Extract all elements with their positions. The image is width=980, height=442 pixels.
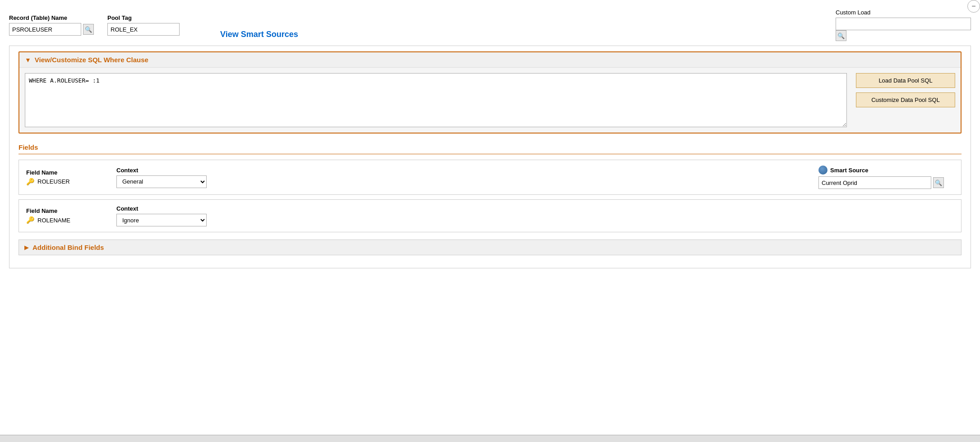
key-icon-1: 🔑 bbox=[26, 178, 35, 186]
pool-tag-input[interactable] bbox=[107, 23, 180, 36]
sql-collapse-icon: ▼ bbox=[25, 56, 31, 64]
smart-source-search-button-1[interactable]: 🔍 bbox=[933, 177, 944, 188]
fields-section-header: Fields bbox=[18, 141, 962, 154]
record-table-field: Record (Table) Name 🔍 bbox=[9, 14, 94, 36]
field-name-column-1: Field Name 🔑 ROLEUSER bbox=[26, 169, 98, 186]
sql-section-title: View/Customize SQL Where Clause bbox=[35, 56, 148, 64]
field-value-1: 🔑 ROLEUSER bbox=[26, 178, 98, 186]
pool-tag-field: Pool Tag bbox=[107, 14, 180, 36]
fields-section: Fields Field Name 🔑 ROLEUSER Context bbox=[18, 141, 962, 232]
record-table-input-group: 🔍 bbox=[9, 23, 94, 36]
field-name-label-1: Field Name bbox=[26, 169, 98, 176]
custom-load-field: Custom Load 🔍 bbox=[836, 9, 971, 41]
record-table-input[interactable] bbox=[9, 23, 81, 36]
main-inner: ▼ View/Customize SQL Where Clause Load D… bbox=[9, 46, 971, 261]
context-label-1: Context bbox=[116, 167, 207, 174]
field-name-column-2: Field Name 🔑 ROLENAME bbox=[26, 207, 98, 224]
custom-load-label: Custom Load bbox=[836, 9, 971, 16]
sql-textarea[interactable] bbox=[25, 73, 847, 127]
context-select-2[interactable]: General Ignore Key List Search bbox=[116, 214, 207, 226]
table-row: Field Name 🔑 ROLEUSER Context General Ig… bbox=[18, 160, 962, 195]
smart-source-input-1[interactable] bbox=[818, 176, 931, 189]
context-select-1[interactable]: General Ignore Key List Search bbox=[116, 175, 207, 188]
field-value-2: 🔑 ROLENAME bbox=[26, 216, 98, 224]
additional-bind-fields-title: Additional Bind Fields bbox=[32, 244, 104, 251]
custom-load-search-button[interactable]: 🔍 bbox=[836, 30, 846, 41]
additional-bind-fields-section: ▶ Additional Bind Fields bbox=[18, 239, 962, 255]
load-data-pool-sql-button[interactable]: Load Data Pool SQL bbox=[856, 73, 955, 88]
sql-section-header[interactable]: ▼ View/Customize SQL Where Clause bbox=[19, 52, 961, 68]
smart-source-header-1: Smart Source bbox=[818, 166, 954, 175]
record-table-label: Record (Table) Name bbox=[9, 14, 94, 21]
fields-section-title: Fields bbox=[18, 143, 38, 151]
main-content: ▼ View/Customize SQL Where Clause Load D… bbox=[9, 46, 971, 268]
sql-buttons: Load Data Pool SQL Customize Data Pool S… bbox=[856, 73, 955, 107]
sql-section-body: Load Data Pool SQL Customize Data Pool S… bbox=[19, 68, 961, 133]
custom-load-input[interactable] bbox=[836, 18, 971, 30]
custom-load-input-group: 🔍 bbox=[836, 18, 971, 41]
field-name-label-2: Field Name bbox=[26, 207, 98, 214]
context-column-1: Context General Ignore Key List Search bbox=[116, 167, 207, 188]
horizontal-scrollbar[interactable] bbox=[0, 435, 980, 442]
smart-source-input-row-1: 🔍 bbox=[818, 176, 954, 189]
context-label-2: Context bbox=[116, 205, 207, 212]
header-row: Record (Table) Name 🔍 Pool Tag View Smar… bbox=[9, 5, 971, 46]
additional-bind-fields-header[interactable]: ▶ Additional Bind Fields bbox=[19, 240, 961, 255]
pool-tag-label: Pool Tag bbox=[107, 14, 180, 21]
page-container: − Record (Table) Name 🔍 Pool Tag View Sm… bbox=[0, 0, 980, 442]
view-smart-sources-link[interactable]: View Smart Sources bbox=[220, 30, 298, 41]
table-row: Field Name 🔑 ROLENAME Context General Ig… bbox=[18, 199, 962, 232]
record-table-search-button[interactable]: 🔍 bbox=[83, 24, 94, 35]
customize-data-pool-sql-button[interactable]: Customize Data Pool SQL bbox=[856, 92, 955, 107]
additional-expand-icon: ▶ bbox=[24, 244, 29, 251]
smart-source-column-1: Smart Source 🔍 bbox=[818, 166, 954, 189]
pool-tag-input-group bbox=[107, 23, 180, 36]
smart-source-label-1: Smart Source bbox=[830, 167, 869, 174]
sql-where-clause-section: ▼ View/Customize SQL Where Clause Load D… bbox=[18, 51, 962, 134]
smart-source-icon-1 bbox=[818, 166, 827, 175]
field-name-value-2: ROLENAME bbox=[37, 217, 70, 224]
field-name-value-1: ROLEUSER bbox=[37, 178, 70, 185]
context-column-2: Context General Ignore Key List Search bbox=[116, 205, 207, 226]
key-icon-2: 🔑 bbox=[26, 216, 35, 224]
